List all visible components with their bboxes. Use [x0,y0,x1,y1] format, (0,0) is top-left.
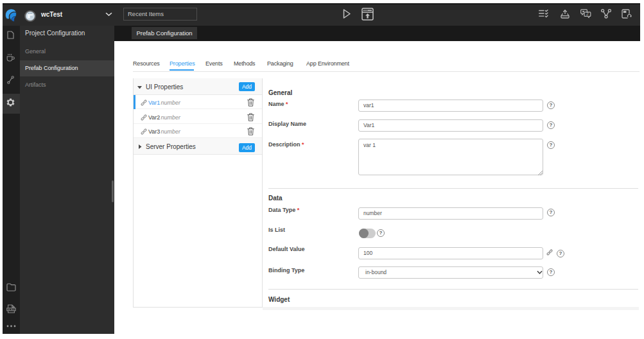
svg-text:2: 2 [586,12,589,16]
